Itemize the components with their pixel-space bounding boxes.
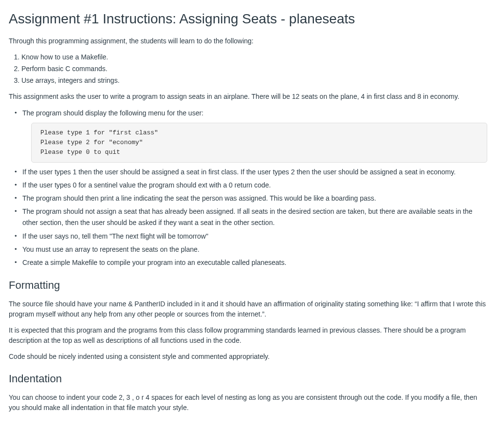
list-item: If the user types 0 for a sentinel value… [14,180,487,191]
list-item: If the user types 1 then the user should… [14,167,487,178]
formatting-heading: Formatting [9,277,487,293]
list-item: The program should display the following… [14,108,487,163]
requirement-text: The program should display the following… [22,108,487,119]
formatting-paragraph: It is expected that this program and the… [9,325,487,346]
objectives-list: Know how to use a Makefile. Perform basi… [9,52,487,86]
requirements-list: The program should display the following… [9,108,487,268]
formatting-paragraph: The source file should have your name & … [9,299,487,319]
list-item: If the user says no, tell them "The next… [14,231,487,242]
intro-paragraph: Through this programming assignment, the… [9,36,487,46]
list-item: Use arrays, integers and strings. [21,75,487,86]
list-item: The program should not assign a seat tha… [14,206,487,228]
list-item: You must use an array to represent the s… [14,244,487,255]
page-title: Assignment #1 Instructions: Assigning Se… [9,11,487,27]
list-item: Perform basic C commands. [21,64,487,74]
list-item: The program should then print a line ind… [14,193,487,204]
indentation-paragraph: You can choose to indent your code 2, 3 … [9,392,487,413]
list-item: Know how to use a Makefile. [21,52,487,62]
indentation-heading: Indentation [9,371,487,387]
description-paragraph: This assignment asks the user to write a… [9,92,487,102]
list-item: Create a simple Makefile to compile your… [14,257,487,268]
menu-code-block: Please type 1 for "first class" Please t… [31,123,487,163]
formatting-paragraph: Code should be nicely indented using a c… [9,352,487,362]
